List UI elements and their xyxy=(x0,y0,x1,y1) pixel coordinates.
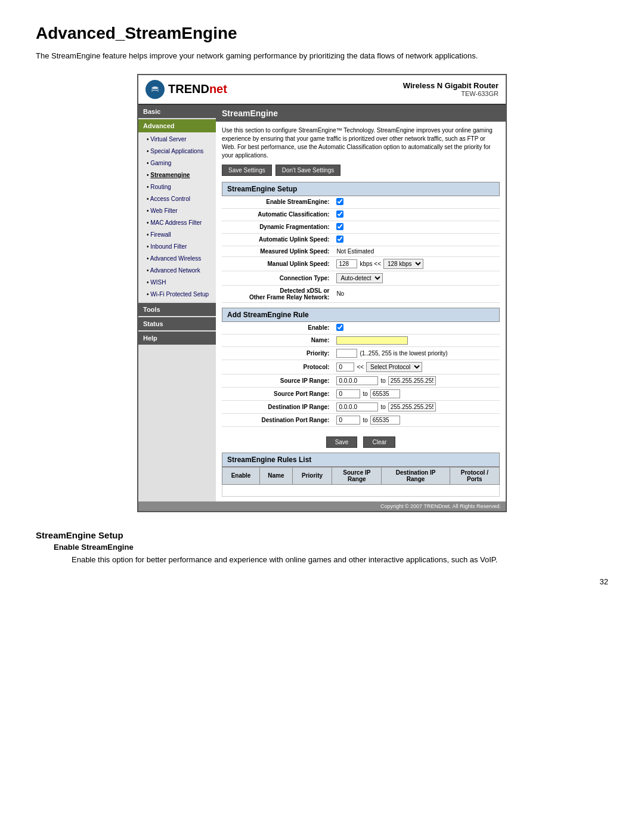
dest-port-to-label: to xyxy=(363,417,367,423)
rule-priority-input[interactable] xyxy=(336,349,357,358)
auto-uplink-checkbox[interactable] xyxy=(336,236,343,243)
rule-priority-label: Priority: xyxy=(222,346,333,360)
sidebar-help-header[interactable]: Help xyxy=(138,332,216,345)
save-settings-button[interactable]: Save Settings xyxy=(222,165,272,176)
sidebar: Basic Advanced Virtual Server Special Ap… xyxy=(138,105,216,501)
content-area: StreamEngine Use this section to configu… xyxy=(216,105,506,501)
dest-port-row: Destination Port Range: to xyxy=(222,413,500,426)
detected-xdsl-label: Detected xDSL orOther Frame Relay Networ… xyxy=(222,285,333,302)
bottom-section-title: StreamEngine Setup xyxy=(36,530,608,540)
sidebar-tools-header[interactable]: Tools xyxy=(138,303,216,316)
dest-ip-from-input[interactable] xyxy=(336,402,378,411)
source-port-from-input[interactable] xyxy=(336,389,360,398)
manual-uplink-label: Manual Uplink Speed: xyxy=(222,256,333,271)
setup-section-title: StreamEngine Setup xyxy=(222,182,500,196)
auto-uplink-row: Automatic Uplink Speed: xyxy=(222,233,500,246)
dynamic-frag-label: Dynamic Fragmentation: xyxy=(222,221,333,233)
source-ip-to-input[interactable] xyxy=(388,376,436,385)
sidebar-item-adv-network[interactable]: Advanced Network xyxy=(138,265,216,277)
sidebar-item-virtual-server[interactable]: Virtual Server xyxy=(138,134,216,145)
product-name: Wireless N Gigabit Router xyxy=(403,81,499,90)
source-port-label: Source Port Range: xyxy=(222,387,333,400)
page-title: Advanced_StreamEngine xyxy=(36,24,608,43)
dest-ip-label: Destination IP Range: xyxy=(222,400,333,413)
sidebar-item-inbound-filter[interactable]: Inbound Filter xyxy=(138,241,216,253)
auto-classify-checkbox[interactable] xyxy=(336,210,343,218)
auto-classify-label: Automatic Classification: xyxy=(222,208,333,221)
dest-port-label: Destination Port Range: xyxy=(222,413,333,426)
router-footer: Copyright © 2007 TRENDnet. All Rights Re… xyxy=(138,501,506,511)
sidebar-item-adv-wireless[interactable]: Advanced Wireless xyxy=(138,253,216,265)
bottom-text: Enable this option for better performanc… xyxy=(72,554,608,566)
dest-ip-row: Destination IP Range: to xyxy=(222,400,500,413)
detected-xdsl-row: Detected xDSL orOther Frame Relay Networ… xyxy=(222,285,500,302)
measured-uplink-value: Not Estimated xyxy=(333,246,500,256)
sidebar-section-basic: Basic xyxy=(138,105,216,118)
router-ui: TRENDnet Wireless N Gigabit Router TEW-6… xyxy=(137,74,507,512)
sidebar-item-special-apps[interactable]: Special Applications xyxy=(138,145,216,157)
top-button-row: Save Settings Don't Save Settings xyxy=(222,165,500,176)
enable-streamengine-checkbox[interactable] xyxy=(336,198,343,205)
sidebar-item-wifi-protected[interactable]: Wi-Fi Protected Setup xyxy=(138,289,216,301)
dest-port-from-input[interactable] xyxy=(336,416,360,425)
connection-type-select[interactable]: Auto-detect DSL Cable xyxy=(336,273,383,283)
content-description: Use this section to configure StreamEngi… xyxy=(222,126,500,160)
content-body: Use this section to configure StreamEngi… xyxy=(216,122,506,501)
page-number: 32 xyxy=(36,577,608,586)
enable-streamengine-label: Enable StreamEngine: xyxy=(222,196,333,209)
source-port-row: Source Port Range: to xyxy=(222,387,500,400)
manual-uplink-row: Manual Uplink Speed: kbps << 128 kbps 25… xyxy=(222,256,500,271)
sidebar-item-wish[interactable]: WISH xyxy=(138,277,216,289)
manual-uplink-input[interactable] xyxy=(336,259,357,268)
sidebar-basic-header[interactable]: Basic xyxy=(138,105,216,118)
col-priority: Priority xyxy=(292,467,332,484)
rule-name-label: Name: xyxy=(222,334,333,346)
sidebar-advanced-header[interactable]: Advanced xyxy=(138,119,216,132)
source-ip-from-input[interactable] xyxy=(336,376,378,385)
content-header: StreamEngine xyxy=(216,105,506,122)
rule-enable-label: Enable: xyxy=(222,322,333,335)
rule-save-button[interactable]: Save xyxy=(326,436,358,448)
dest-ip-to-input[interactable] xyxy=(388,402,436,411)
dest-ip-to-label: to xyxy=(380,404,385,410)
dynamic-frag-row: Dynamic Fragmentation: xyxy=(222,221,500,233)
rule-section-title: Add StreamEngine Rule xyxy=(222,308,500,322)
dynamic-frag-checkbox[interactable] xyxy=(336,223,343,230)
rule-protocol-input[interactable] xyxy=(336,363,354,371)
detected-xdsl-value: No xyxy=(333,285,500,302)
sidebar-item-firewall[interactable]: Firewall xyxy=(138,229,216,241)
dest-port-to-input[interactable] xyxy=(370,416,400,425)
logo-area: TRENDnet xyxy=(145,80,227,99)
rule-form-table: Enable: Name: Priority: (1..255, 255 is … xyxy=(222,322,500,427)
sidebar-status-header[interactable]: Status xyxy=(138,317,216,330)
dont-save-button[interactable]: Don't Save Settings xyxy=(275,165,341,176)
sidebar-item-web-filter[interactable]: Web Filter xyxy=(138,205,216,217)
rule-protocol-select[interactable]: Select Protocol TCP UDP ICMP xyxy=(366,362,422,372)
auto-classify-row: Automatic Classification: xyxy=(222,208,500,221)
sidebar-item-routing[interactable]: Routing xyxy=(138,181,216,193)
sidebar-section-tools: Tools xyxy=(138,303,216,316)
col-enable: Enable xyxy=(222,467,260,484)
source-ip-row: Source IP Range: to xyxy=(222,374,500,387)
sidebar-item-mac-filter[interactable]: MAC Address Filter xyxy=(138,217,216,229)
uplink-speed-select[interactable]: 128 kbps 256 kbps 512 kbps xyxy=(383,259,423,269)
sidebar-item-access-control[interactable]: Access Control xyxy=(138,193,216,205)
sidebar-section-help: Help xyxy=(138,332,216,345)
rule-clear-button[interactable]: Clear xyxy=(363,436,395,448)
logo-trend: TREND xyxy=(168,82,209,95)
trendnet-logo-icon xyxy=(145,80,165,99)
bottom-sub-title: Enable StreamEngine xyxy=(54,543,608,552)
measured-uplink-label: Measured Uplink Speed: xyxy=(222,246,333,256)
sidebar-section-advanced: Advanced Virtual Server Special Applicat… xyxy=(138,119,216,302)
bottom-section: StreamEngine Setup Enable StreamEngine E… xyxy=(36,530,608,566)
rule-enable-checkbox[interactable] xyxy=(336,324,343,331)
logo-text: TRENDnet xyxy=(168,82,227,96)
protocol-arrows: << xyxy=(357,364,364,370)
source-port-to-input[interactable] xyxy=(370,389,400,398)
rule-name-input[interactable] xyxy=(336,336,408,345)
router-header: TRENDnet Wireless N Gigabit Router TEW-6… xyxy=(138,75,506,105)
rule-button-row: Save Clear xyxy=(222,432,500,453)
source-port-to-label: to xyxy=(363,391,367,397)
sidebar-item-gaming[interactable]: Gaming xyxy=(138,157,216,169)
sidebar-item-streamengine[interactable]: Streamengine xyxy=(138,169,216,181)
